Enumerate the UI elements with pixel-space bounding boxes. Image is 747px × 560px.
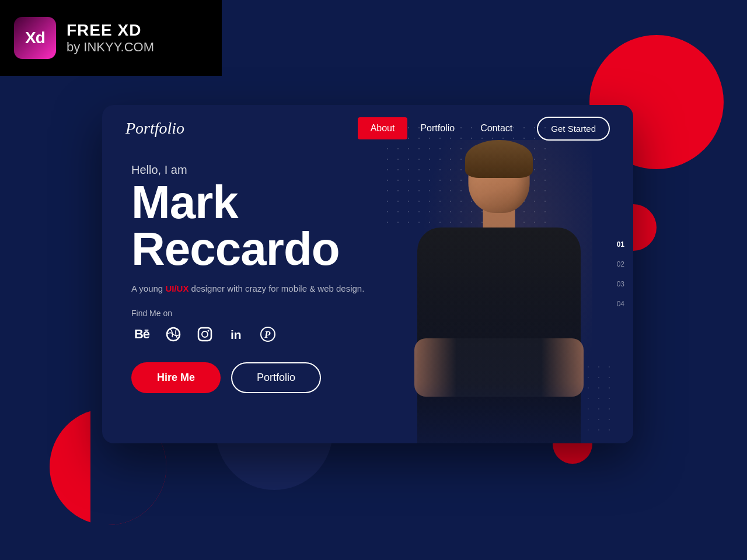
- page-indicator-3[interactable]: 03: [617, 280, 624, 288]
- hero-desc-highlight: UI/UX: [165, 284, 189, 293]
- xd-by-label: by INKYY.COM: [67, 40, 154, 55]
- social-icon-instagram[interactable]: [194, 324, 215, 345]
- portfolio-button[interactable]: Portfolio: [231, 362, 321, 393]
- xd-icon: Xd: [14, 17, 56, 59]
- xd-badge: Xd FREE XD by INKYY.COM: [0, 0, 222, 76]
- social-icon-pinterest[interactable]: P: [257, 324, 278, 345]
- social-icon-dribbble[interactable]: [163, 324, 184, 345]
- page-indicator-4[interactable]: 04: [617, 300, 624, 308]
- cta-buttons: Hire Me Portfolio: [131, 362, 364, 393]
- svg-point-2: [202, 331, 208, 337]
- hero-desc-after: designer with crazy for mobile & web des…: [189, 284, 364, 293]
- svg-text:in: in: [231, 328, 242, 341]
- svg-text:P: P: [264, 329, 271, 340]
- linkedin-icon: in: [229, 327, 244, 342]
- hero-description: A young UI/UX designer with crazy for mo…: [131, 282, 364, 296]
- find-me-label: Find Me on: [131, 309, 364, 318]
- nav-link-about[interactable]: About: [358, 117, 408, 139]
- nav-links: About Portfolio Contact Get Started: [358, 117, 610, 141]
- person-overlay: [406, 140, 592, 443]
- person-figure: [406, 140, 592, 443]
- svg-rect-1: [198, 328, 211, 341]
- nav-link-portfolio[interactable]: Portfolio: [407, 117, 467, 139]
- page-indicators: 01 02 03 04: [617, 240, 624, 308]
- navbar: Portfolio About Portfolio Contact Get St…: [102, 105, 633, 152]
- social-icon-linkedin[interactable]: in: [226, 324, 247, 345]
- xd-free-label: FREE XD: [67, 21, 154, 40]
- page-indicator-2[interactable]: 02: [617, 260, 624, 268]
- dribbble-icon: [166, 327, 181, 342]
- hero-desc-before: A young: [131, 284, 165, 293]
- social-icons-row: Bē in: [131, 324, 364, 345]
- nav-logo: Portfolio: [125, 119, 358, 138]
- get-started-button[interactable]: Get Started: [537, 117, 610, 141]
- hero-first-name: Mark: [131, 179, 364, 226]
- portfolio-card: Portfolio About Portfolio Contact Get St…: [102, 105, 633, 443]
- pinterest-icon: P: [260, 327, 275, 342]
- person-image: [394, 123, 604, 443]
- social-icon-behance[interactable]: Bē: [131, 324, 152, 345]
- hire-me-button[interactable]: Hire Me: [131, 362, 221, 393]
- instagram-icon: [197, 327, 212, 342]
- xd-text: FREE XD by INKYY.COM: [67, 21, 154, 55]
- svg-point-3: [208, 330, 210, 332]
- page-indicator-1[interactable]: 01: [617, 240, 624, 249]
- hero-last-name: Reccardo: [131, 226, 364, 272]
- hero-content: Hello, I am Mark Reccardo A young UI/UX …: [131, 163, 364, 393]
- behance-icon: Bē: [134, 327, 149, 342]
- nav-link-contact[interactable]: Contact: [467, 117, 525, 139]
- hero-name: Mark Reccardo: [131, 179, 364, 272]
- hero-greeting: Hello, I am: [131, 163, 364, 177]
